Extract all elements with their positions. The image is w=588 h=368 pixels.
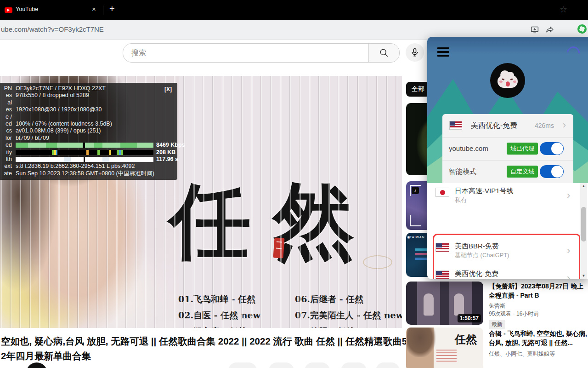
scrollbar[interactable]: ▲ ▼ <box>580 183 587 279</box>
song-item: 07.完美陌生人 - 任然 new <box>295 307 402 323</box>
url-text[interactable]: ube.com/watch?v=OF3yk2cT7NE <box>1 25 104 33</box>
channel-avatar[interactable] <box>26 362 47 368</box>
vpn-current-server-row[interactable]: 美西优化-免费 426ms › <box>442 114 573 137</box>
stats-label: ity <box>0 149 12 156</box>
rule-toggle-on[interactable] <box>540 142 564 155</box>
chevron-right-icon[interactable]: › <box>567 273 570 279</box>
streamer-figure <box>424 293 434 316</box>
microphone-icon <box>410 47 420 58</box>
related-video-meta: 95次观看 · 16小时前 <box>489 310 587 318</box>
share-icon[interactable] <box>545 25 555 35</box>
rule-badge[interactable]: 域已代理 <box>507 143 538 155</box>
search-button[interactable] <box>368 44 399 62</box>
buffer-health-bar <box>16 157 153 162</box>
server-row-us-bbr[interactable]: 美西BBR-免费 基础节点 (ChatGPT) › <box>427 242 574 262</box>
save-download-icon[interactable] <box>530 25 540 35</box>
stats-label: lor <box>0 135 12 142</box>
stats-close-button[interactable]: [X] <box>164 86 172 92</box>
cloud-cheek <box>513 80 516 83</box>
cloud-mouth <box>506 81 510 86</box>
stats-label: ed <box>0 142 12 149</box>
server-row-japan[interactable]: 日本高速-VIP1号线 私有 › <box>427 187 574 205</box>
rule-toggle-on[interactable] <box>540 165 564 178</box>
tab-close-icon[interactable]: × <box>92 5 96 13</box>
rule-domain: youtube.com <box>449 144 488 152</box>
vpn-extension-icon[interactable] <box>577 24 587 34</box>
play-triangle-icon <box>7 9 10 12</box>
vpn-avatar[interactable] <box>490 63 525 98</box>
related-video-channel[interactable]: 兔蕾斯 <box>489 302 587 310</box>
network-activity-bar <box>16 150 153 155</box>
action-pill-button[interactable] <box>228 362 257 368</box>
song-item: 03.疑心病 - 任然 <box>178 323 260 328</box>
tab-divider <box>103 6 103 15</box>
song-item: 08.放胆 - 任然 new <box>295 323 402 328</box>
chevron-right-icon[interactable]: › <box>567 190 570 201</box>
frame-corner <box>410 215 421 226</box>
related-chip-all[interactable]: 全部 <box>406 82 430 97</box>
search-icon <box>379 48 389 58</box>
thumbnail-location-label: TAIWAN <box>410 236 424 239</box>
stats-value: OF3yk2cT7NE / E92X HDXQ 22XT <box>16 85 106 92</box>
stats-for-nerds-panel: [X] PNOF3yk2cT7NE / E92X HDXQ 22XT es978… <box>0 83 177 180</box>
server-subtitle: 基础节点 (ChatGPT) <box>455 251 509 259</box>
us-flag-icon <box>435 243 449 252</box>
browser-tab-bar: YouTube × + <box>0 0 588 20</box>
us-flag-icon <box>449 121 462 130</box>
related-video-channel[interactable]: 任然、小阿七、莫叫姐姐等 <box>489 350 587 358</box>
stats-label: ext <box>0 163 12 170</box>
stats-label: PN <box>0 85 12 92</box>
cloud-ornament <box>363 255 392 269</box>
stats-value: Sun Sep 10 2023 12:38:58 GMT+0800 (中国标准时… <box>16 170 154 177</box>
related-video-info: 【兔蕾斯】2023年08月27日 晚上 全程直播 - Part B 兔蕾斯 95… <box>489 282 587 329</box>
youtube-search-bar[interactable] <box>123 43 400 63</box>
new-tab-button[interactable]: + <box>109 4 115 14</box>
chevron-right-icon[interactable]: › <box>567 246 570 256</box>
thumbnail-tracklist <box>436 350 457 363</box>
stats-value: s:8 t:2836.19 b:2662.360-2954.151 L pbs:… <box>16 163 135 170</box>
new-badge: 最新 <box>489 320 505 329</box>
vpn-server-list: 日本高速-VIP1号线 私有 › 美西BBR-免费 基础节点 (ChatGPT)… <box>427 183 588 279</box>
stats-label: e / <box>0 114 12 121</box>
browser-tab-youtube[interactable]: YouTube × <box>0 0 102 20</box>
action-pill-button[interactable] <box>305 362 330 368</box>
stats-value: 978x550 / 8 dropped of 5289 <box>16 92 89 99</box>
video-title-line1[interactable]: 空如也, 疑心病,台风 放胆, 无路可退 || 任然歌曲合集 2022 || 2… <box>1 335 413 348</box>
song-list-column-2: 06.后继者 - 任然 07.完美陌生人 - 任然 new 08.放胆 - 任然… <box>295 291 402 328</box>
server-row-us-opt[interactable]: 美西优化-免费 基础节点 › <box>427 270 574 279</box>
tab-title: YouTube <box>16 6 38 12</box>
server-subtitle: 私有 <box>455 196 467 204</box>
scroll-up-arrow[interactable]: ▲ <box>580 183 587 190</box>
related-thumbnail-4[interactable]: 1:50:57 <box>406 282 483 325</box>
stats-label: es <box>0 106 12 113</box>
scroll-down-arrow[interactable]: ▼ <box>580 273 587 279</box>
cloud-cheek <box>499 80 503 83</box>
browser-window: YouTube × + ube.com/watch?v=OF3yk2cT7NE … <box>0 0 588 368</box>
rule-badge[interactable]: 自定义域 <box>507 166 538 178</box>
related-video-title[interactable]: 【兔蕾斯】2023年08月27日 晚上 全程直播 - Part B <box>489 282 587 300</box>
action-pill-button[interactable] <box>269 362 294 368</box>
chevron-right-icon[interactable]: › <box>563 120 566 130</box>
vpn-extension-popup: 美西优化-免费 426ms › youtube.com 域已代理 智能模式 自定… <box>427 37 588 279</box>
stats-label: ate <box>0 170 12 177</box>
stats-value: 1920x1080@30 / 1920x1080@30 <box>16 106 102 113</box>
connection-speed-bar <box>16 143 153 148</box>
duration-badge: 1:50:57 <box>458 314 481 322</box>
song-item: 02.自医 - 任然 new <box>178 307 260 323</box>
video-player[interactable]: 任然 01.飞鸟和蝉 - 任然 02.自医 - 任然 new 03.疑心病 - … <box>0 76 402 328</box>
action-pill-button[interactable] <box>376 362 400 368</box>
stats-label: lth <box>0 156 12 163</box>
action-pill-button[interactable] <box>341 362 367 368</box>
voice-search-button[interactable] <box>406 43 424 62</box>
related-thumbnail-5[interactable]: 任然 <box>406 328 483 368</box>
server-name: 美西BBR-免费 <box>455 242 499 251</box>
scrollbar-thumb[interactable] <box>581 207 586 242</box>
video-title-line2[interactable]: 2年四月最新单曲合集 <box>1 350 91 362</box>
video-art-red-seal <box>273 237 284 258</box>
menu-hamburger-icon[interactable] <box>437 47 450 58</box>
rule-domain: 智能模式 <box>449 167 476 176</box>
vpn-current-card: 美西优化-免费 426ms › youtube.com 域已代理 智能模式 自定… <box>442 114 573 183</box>
search-input[interactable] <box>130 47 362 59</box>
bookmark-star-icon[interactable]: ☆ <box>560 4 567 15</box>
related-video-title[interactable]: 合辑 - 飞鸟和蝉, 空空如也, 疑心病,台风, 放胆, 无路可退 || 任然.… <box>489 329 587 347</box>
